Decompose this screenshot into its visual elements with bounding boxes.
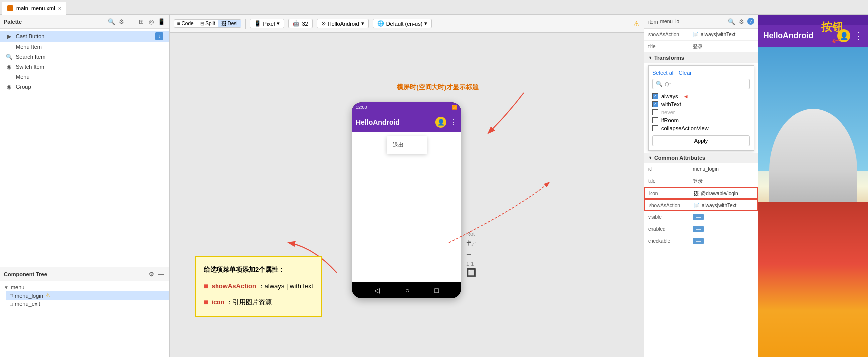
tree-item-menu[interactable]: ▼ menu [0, 283, 169, 291]
visible-btn[interactable]: — [693, 214, 704, 220]
nav-recent-btn: □ [434, 286, 438, 294]
group-icon: ◉ [6, 83, 13, 90]
tree-item-label: menu [11, 284, 25, 290]
canvas-area: 12:00 📶 HelloAndroid 👤 ⋮ 退出 ◁ ○ □ [170, 33, 644, 357]
circle-icon[interactable]: ◎ [147, 18, 155, 26]
signal-icons: 📶 [452, 105, 457, 110]
nav-back-btn: ◁ [374, 286, 380, 294]
tree-file-icon2: □ [10, 301, 13, 307]
item-value: menu_lo [660, 19, 679, 24]
tab-bar: main_menu.xml × [0, 0, 868, 15]
menu-item-icon: ≡ [6, 43, 13, 50]
main-menu-tab[interactable]: main_menu.xml × [2, 2, 66, 15]
attr-label-title2: title [648, 178, 693, 184]
item-label: item [648, 19, 658, 25]
attr-value-id: menu_login [693, 166, 754, 172]
cb-always-label: always [661, 93, 678, 99]
palette-item-search-item[interactable]: 🔍 Search Item [0, 52, 169, 62]
phone-content: 退出 [352, 132, 461, 282]
common-attrs-header[interactable]: ▼ Common Attributes [644, 153, 758, 163]
attributes-panel: item menu_lo 🔍 ⚙ ? showAsAction 📄 always… [644, 15, 758, 357]
palette-item-label: Menu [16, 74, 30, 80]
attr-label-enabled: enabled [648, 226, 693, 232]
cb-withtext-checked[interactable]: ✓ [652, 101, 658, 107]
code-view-btn[interactable]: ≡ Code [174, 20, 197, 27]
common-attr-visible: visible — [644, 211, 758, 223]
palette-item-switch-item[interactable]: ◉ Switch Item [0, 62, 169, 72]
split-view-btn[interactable]: ⊟ Split [197, 20, 218, 27]
transforms-search[interactable]: 🔍 Q* [652, 79, 750, 89]
component-tree-header: Component Tree ⚙ — [0, 267, 169, 281]
clear-btn[interactable]: Clear [679, 70, 692, 76]
search-item-icon: 🔍 [6, 53, 13, 60]
app-selector[interactable]: ⊙ HelloAndroid ▾ [317, 19, 369, 28]
chevron-down-icon2: ▼ [648, 155, 652, 160]
palette-item-label: Menu Item [16, 44, 42, 50]
zoom-controls: Rot + − 1:1 🔲 [466, 231, 476, 277]
tab-close-btn[interactable]: × [58, 6, 61, 11]
cb-ifroom-label: ifRoom [661, 117, 679, 123]
search-icon[interactable]: 🔍 [107, 18, 115, 26]
common-attr-showasaction: showAsAction 📄 always|withText [644, 199, 758, 211]
cb-collapse-label: collapseActionView [661, 125, 709, 131]
common-attr-title: title 登录 [644, 175, 758, 187]
warning-toolbar-icon: ⚠ [633, 20, 640, 28]
red-square-icon1: ■ [204, 278, 209, 294]
palette-item-menu[interactable]: ≡ Menu [0, 72, 169, 82]
search-icon2: 🔍 [656, 81, 663, 87]
attr-label-id: id [648, 166, 693, 172]
landscape-hint: 横屏时(空间大时)才显示标题 [397, 83, 479, 92]
checkable-btn[interactable]: — [693, 238, 704, 244]
android-icon: 🤖 [293, 20, 300, 27]
design-view-btn[interactable]: 🖼 Desi [218, 20, 241, 27]
photo-background [758, 47, 868, 357]
attr-value-title2: 登录 [693, 178, 754, 185]
tree-gear-icon[interactable]: ⚙ [147, 270, 155, 278]
gear-icon[interactable]: ⚙ [117, 18, 125, 26]
tree-item-menu-login[interactable]: □ menu_login ⚠ [6, 291, 169, 300]
locale-icon: 🌐 [377, 20, 384, 27]
attr-gear-icon[interactable]: ⚙ [737, 18, 745, 26]
attr-label-icon: icon [649, 191, 694, 196]
phone-icon[interactable]: 📱 [157, 18, 165, 26]
palette-item-group[interactable]: ◉ Group [0, 82, 169, 92]
palette-title: Palette [4, 19, 22, 25]
attr-help-icon[interactable]: ? [747, 18, 754, 25]
locale-selector[interactable]: 🌐 Default (en-us) ▾ [373, 19, 432, 28]
palette-panel: Palette 🔍 ⚙ — ⊞ ◎ 📱 ▶ Cast Button ↓ ≡ [0, 15, 169, 267]
tree-file-icon: □ [10, 293, 13, 298]
layout-icon[interactable]: ⊞ [137, 18, 145, 26]
cb-always-checked[interactable]: ✓ [652, 93, 658, 99]
cast-icon: ▶ [6, 33, 13, 40]
callout-title: 给选项菜单项添加2个属性： [204, 263, 313, 276]
device-selector[interactable]: 📱 Pixel ▾ [250, 19, 285, 28]
attr-value-showasaction: 📄 always|withText [693, 32, 754, 37]
divider1 [245, 19, 246, 29]
transforms-section-header[interactable]: ▼ Transforms [644, 53, 758, 63]
attr-label-title: title [648, 44, 693, 49]
tree-minus-icon[interactable]: — [157, 270, 165, 278]
attr-search-icon[interactable]: 🔍 [727, 18, 735, 26]
cb-collapse-unchecked[interactable]: ✓ [652, 125, 658, 131]
component-tree-panel: Component Tree ⚙ — ▼ menu □ menu_login ⚠… [0, 267, 169, 357]
cb-never-label: never [661, 109, 675, 115]
palette-item-menu-item[interactable]: ≡ Menu Item [0, 42, 169, 52]
preview-app-toolbar: HelloAndroid 👤 ⋮ [758, 25, 868, 47]
design-toolbar: ≡ Code ⊟ Split 🖼 Desi 📱 Pixel ▾ 🤖 32 ⊙ H… [170, 15, 644, 33]
enabled-btn[interactable]: — [693, 226, 704, 232]
file-icon2: 📄 [694, 203, 700, 208]
tree-item-label: menu_login [15, 293, 43, 299]
api-selector[interactable]: 🤖 32 [288, 19, 312, 28]
cb-ifroom-unchecked[interactable]: ✓ [652, 117, 658, 123]
tree-item-menu-exit[interactable]: □ menu_exit [6, 300, 169, 308]
callout-item2: ■ icon ：引用图片资源 [204, 294, 313, 310]
attr-value-checkable: — [693, 238, 754, 244]
cb-never-unchecked[interactable]: ✓ [652, 109, 658, 115]
minus-icon[interactable]: — [127, 18, 135, 26]
attr-value-title: 登录 [693, 43, 754, 50]
apply-button[interactable]: Apply [652, 135, 750, 146]
palette-item-cast-button[interactable]: ▶ Cast Button ↓ [0, 31, 169, 42]
center-panel: ≡ Code ⊟ Split 🖼 Desi 📱 Pixel ▾ 🤖 32 ⊙ H… [170, 15, 644, 357]
palette-items-list: ▶ Cast Button ↓ ≡ Menu Item 🔍 Search Ite… [0, 29, 169, 94]
select-all-btn[interactable]: Select all [652, 70, 675, 76]
